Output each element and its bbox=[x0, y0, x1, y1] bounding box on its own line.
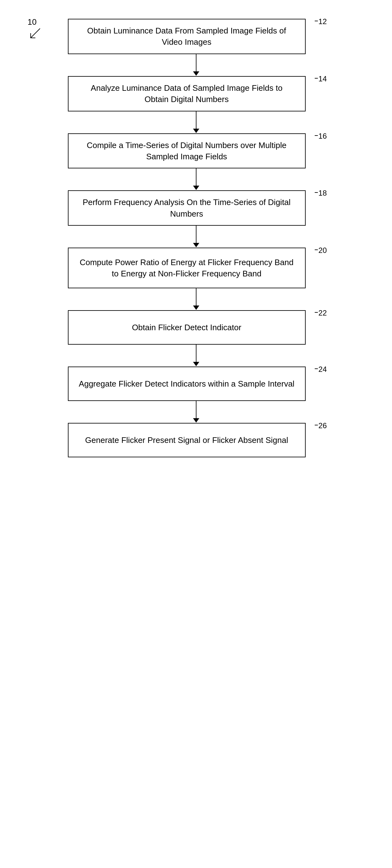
step-text-14: Analyze Luminance Data of Sampled Image … bbox=[78, 82, 296, 105]
connector-arrow-3 bbox=[193, 186, 199, 190]
connector-arrow-2 bbox=[193, 129, 199, 133]
flow-step-24: Aggregate Flicker Detect Indicators with… bbox=[68, 367, 324, 401]
step-text-20: Compute Power Ratio of Energy at Flicker… bbox=[78, 257, 296, 280]
flow-step-14: Analyze Luminance Data of Sampled Image … bbox=[68, 76, 324, 112]
step-text-22: Obtain Flicker Detect Indicator bbox=[132, 322, 241, 333]
step-number-14: 14 bbox=[319, 73, 327, 84]
connector-5 bbox=[77, 288, 315, 310]
flow-step-26: Generate Flicker Present Signal or Flick… bbox=[68, 423, 324, 457]
connector-1 bbox=[77, 54, 315, 76]
step-text-24: Aggregate Flicker Detect Indicators with… bbox=[79, 378, 294, 390]
step-box-22: Obtain Flicker Detect Indicator 22 bbox=[68, 310, 306, 345]
connector-6 bbox=[77, 345, 315, 367]
step-number-12: 12 bbox=[319, 16, 327, 27]
connector-2 bbox=[77, 112, 315, 133]
ref-arrow-icon bbox=[28, 27, 43, 42]
step-box-16: Compile a Time-Series of Digital Numbers… bbox=[68, 133, 306, 169]
step-box-14: Analyze Luminance Data of Sampled Image … bbox=[68, 76, 306, 112]
step-number-24: 24 bbox=[319, 364, 327, 375]
step-box-20: Compute Power Ratio of Energy at Flicker… bbox=[68, 248, 306, 288]
step-number-16: 16 bbox=[319, 131, 327, 142]
step-text-12: Obtain Luminance Data From Sampled Image… bbox=[78, 25, 296, 48]
connector-arrow-1 bbox=[193, 71, 199, 76]
flow-step-12: Obtain Luminance Data From Sampled Image… bbox=[68, 19, 324, 54]
flowchart-wrapper: Obtain Luminance Data From Sampled Image… bbox=[68, 19, 324, 457]
step-box-26: Generate Flicker Present Signal or Flick… bbox=[68, 423, 306, 457]
connector-line-4 bbox=[196, 226, 196, 243]
step-box-24: Aggregate Flicker Detect Indicators with… bbox=[68, 367, 306, 401]
connector-line-6 bbox=[196, 345, 196, 362]
flow-step-20: Compute Power Ratio of Energy at Flicker… bbox=[68, 248, 324, 288]
connector-4 bbox=[77, 226, 315, 248]
step-box-18: Perform Frequency Analysis On the Time-S… bbox=[68, 190, 306, 226]
step-text-18: Perform Frequency Analysis On the Time-S… bbox=[78, 196, 296, 219]
step-number-18: 18 bbox=[319, 188, 327, 198]
step-number-20: 20 bbox=[319, 245, 327, 256]
connector-line-7 bbox=[196, 401, 196, 418]
connector-arrow-6 bbox=[193, 362, 199, 366]
connector-line-3 bbox=[196, 168, 196, 186]
step-number-22: 22 bbox=[319, 308, 327, 318]
diagram-container: 10 Obtain Luminance Data From Sampled Im… bbox=[0, 0, 392, 868]
flow-step-18: Perform Frequency Analysis On the Time-S… bbox=[68, 190, 324, 226]
connector-line-1 bbox=[196, 54, 196, 71]
step-number-26: 26 bbox=[319, 421, 327, 431]
flow-step-22: Obtain Flicker Detect Indicator 22 bbox=[68, 310, 324, 345]
step-box-12: Obtain Luminance Data From Sampled Image… bbox=[68, 19, 306, 54]
connector-line-5 bbox=[196, 288, 196, 306]
step-text-26: Generate Flicker Present Signal or Flick… bbox=[85, 434, 288, 446]
connector-arrow-4 bbox=[193, 243, 199, 247]
connector-7 bbox=[77, 401, 315, 423]
connector-line-2 bbox=[196, 112, 196, 129]
connector-arrow-7 bbox=[193, 418, 199, 423]
step-text-16: Compile a Time-Series of Digital Numbers… bbox=[78, 140, 296, 162]
connector-3 bbox=[77, 168, 315, 190]
connector-arrow-5 bbox=[193, 306, 199, 310]
svg-line-0 bbox=[31, 29, 40, 38]
flow-step-16: Compile a Time-Series of Digital Numbers… bbox=[68, 133, 324, 169]
diagram-ref-label: 10 bbox=[28, 17, 37, 27]
